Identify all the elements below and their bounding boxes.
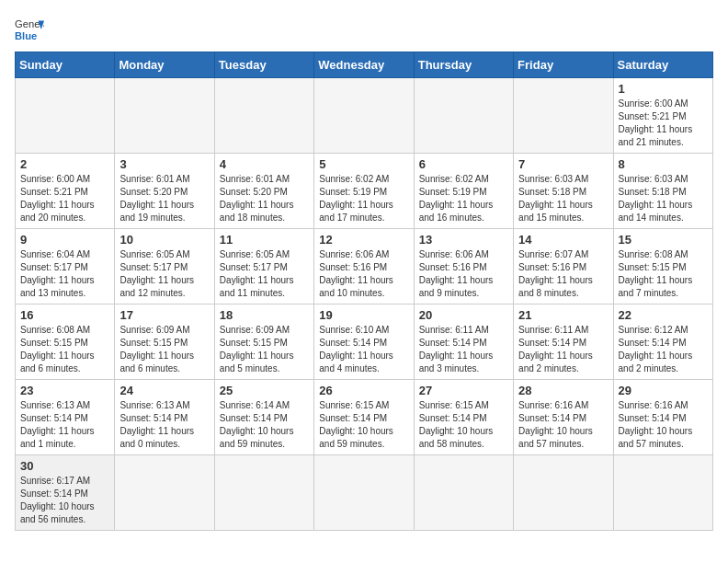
day-header-friday: Friday xyxy=(514,52,613,78)
day-header-wednesday: Wednesday xyxy=(314,52,414,78)
day-info: Sunrise: 6:09 AM Sunset: 5:15 PM Dayligh… xyxy=(220,324,309,375)
calendar-cell: 26Sunrise: 6:15 AM Sunset: 5:14 PM Dayli… xyxy=(314,380,414,455)
calendar-cell: 9Sunrise: 6:04 AM Sunset: 5:17 PM Daylig… xyxy=(16,229,115,304)
day-number: 9 xyxy=(20,233,109,247)
calendar-cell: 13Sunrise: 6:06 AM Sunset: 5:16 PM Dayli… xyxy=(414,229,513,304)
day-info: Sunrise: 6:08 AM Sunset: 5:15 PM Dayligh… xyxy=(20,324,109,375)
calendar-cell: 19Sunrise: 6:10 AM Sunset: 5:14 PM Dayli… xyxy=(314,304,414,380)
svg-text:Blue: Blue xyxy=(15,30,37,41)
calendar-cell: 11Sunrise: 6:05 AM Sunset: 5:17 PM Dayli… xyxy=(214,229,313,304)
calendar-cell: 10Sunrise: 6:05 AM Sunset: 5:17 PM Dayli… xyxy=(115,229,214,304)
day-number: 11 xyxy=(220,233,309,247)
day-number: 19 xyxy=(319,308,408,322)
calendar-cell xyxy=(115,78,214,154)
calendar-cell: 14Sunrise: 6:07 AM Sunset: 5:16 PM Dayli… xyxy=(514,229,613,304)
day-info: Sunrise: 6:05 AM Sunset: 5:17 PM Dayligh… xyxy=(220,248,309,300)
day-header-thursday: Thursday xyxy=(414,52,513,78)
day-info: Sunrise: 6:04 AM Sunset: 5:17 PM Dayligh… xyxy=(20,248,109,300)
day-number: 6 xyxy=(419,157,508,171)
day-info: Sunrise: 6:05 AM Sunset: 5:17 PM Dayligh… xyxy=(119,248,209,300)
day-info: Sunrise: 6:06 AM Sunset: 5:16 PM Dayligh… xyxy=(319,248,408,300)
day-info: Sunrise: 6:09 AM Sunset: 5:15 PM Dayligh… xyxy=(119,324,209,375)
calendar-cell: 23Sunrise: 6:13 AM Sunset: 5:14 PM Dayli… xyxy=(16,380,115,455)
calendar-cell: 5Sunrise: 6:02 AM Sunset: 5:19 PM Daylig… xyxy=(314,154,414,229)
day-number: 8 xyxy=(619,157,708,171)
day-info: Sunrise: 6:16 AM Sunset: 5:14 PM Dayligh… xyxy=(518,399,608,451)
day-header-monday: Monday xyxy=(115,52,214,78)
calendar-cell: 8Sunrise: 6:03 AM Sunset: 5:18 PM Daylig… xyxy=(613,154,712,229)
day-number: 5 xyxy=(319,157,408,171)
calendar-cell xyxy=(613,455,712,531)
day-info: Sunrise: 6:00 AM Sunset: 5:21 PM Dayligh… xyxy=(20,173,109,224)
calendar-cell: 2Sunrise: 6:00 AM Sunset: 5:21 PM Daylig… xyxy=(16,154,115,229)
calendar-cell: 30Sunrise: 6:17 AM Sunset: 5:14 PM Dayli… xyxy=(16,455,115,531)
day-info: Sunrise: 6:17 AM Sunset: 5:14 PM Dayligh… xyxy=(20,475,109,526)
day-info: Sunrise: 6:06 AM Sunset: 5:16 PM Dayligh… xyxy=(419,248,508,300)
week-row-1: 2Sunrise: 6:00 AM Sunset: 5:21 PM Daylig… xyxy=(16,154,713,229)
day-number: 25 xyxy=(220,384,309,397)
day-info: Sunrise: 6:00 AM Sunset: 5:21 PM Dayligh… xyxy=(619,98,708,149)
calendar-cell xyxy=(214,455,313,531)
day-number: 14 xyxy=(518,233,608,247)
calendar-cell xyxy=(16,78,115,154)
calendar-cell xyxy=(314,455,414,531)
day-number: 16 xyxy=(20,308,109,322)
day-number: 7 xyxy=(518,157,608,171)
calendar-cell xyxy=(314,78,414,154)
calendar-header-row: SundayMondayTuesdayWednesdayThursdayFrid… xyxy=(16,52,713,78)
day-info: Sunrise: 6:03 AM Sunset: 5:18 PM Dayligh… xyxy=(619,173,708,224)
day-number: 3 xyxy=(119,157,209,171)
day-header-sunday: Sunday xyxy=(16,52,115,78)
day-number: 29 xyxy=(619,384,708,397)
calendar-cell: 21Sunrise: 6:11 AM Sunset: 5:14 PM Dayli… xyxy=(514,304,613,380)
calendar-cell: 18Sunrise: 6:09 AM Sunset: 5:15 PM Dayli… xyxy=(214,304,313,380)
day-number: 26 xyxy=(319,384,408,397)
calendar-cell: 28Sunrise: 6:16 AM Sunset: 5:14 PM Dayli… xyxy=(514,380,613,455)
day-info: Sunrise: 6:08 AM Sunset: 5:15 PM Dayligh… xyxy=(619,248,708,300)
calendar-cell xyxy=(414,455,513,531)
day-header-saturday: Saturday xyxy=(613,52,712,78)
day-number: 2 xyxy=(20,157,109,171)
calendar-cell: 12Sunrise: 6:06 AM Sunset: 5:16 PM Dayli… xyxy=(314,229,414,304)
calendar-cell: 20Sunrise: 6:11 AM Sunset: 5:14 PM Dayli… xyxy=(414,304,513,380)
week-row-0: 1Sunrise: 6:00 AM Sunset: 5:21 PM Daylig… xyxy=(16,78,713,154)
day-info: Sunrise: 6:13 AM Sunset: 5:14 PM Dayligh… xyxy=(119,399,209,451)
day-number: 17 xyxy=(119,308,209,322)
day-info: Sunrise: 6:02 AM Sunset: 5:19 PM Dayligh… xyxy=(319,173,408,224)
calendar-cell: 24Sunrise: 6:13 AM Sunset: 5:14 PM Dayli… xyxy=(115,380,214,455)
day-number: 30 xyxy=(20,459,109,473)
calendar-cell: 6Sunrise: 6:02 AM Sunset: 5:19 PM Daylig… xyxy=(414,154,513,229)
calendar-cell xyxy=(214,78,313,154)
calendar-cell: 22Sunrise: 6:12 AM Sunset: 5:14 PM Dayli… xyxy=(613,304,712,380)
day-header-tuesday: Tuesday xyxy=(214,52,313,78)
day-number: 12 xyxy=(319,233,408,247)
day-number: 27 xyxy=(419,384,508,397)
day-number: 21 xyxy=(518,308,608,322)
day-info: Sunrise: 6:11 AM Sunset: 5:14 PM Dayligh… xyxy=(518,324,608,375)
day-number: 20 xyxy=(419,308,508,322)
day-info: Sunrise: 6:15 AM Sunset: 5:14 PM Dayligh… xyxy=(419,399,508,451)
day-info: Sunrise: 6:14 AM Sunset: 5:14 PM Dayligh… xyxy=(220,399,309,451)
day-number: 13 xyxy=(419,233,508,247)
day-number: 10 xyxy=(119,233,209,247)
week-row-2: 9Sunrise: 6:04 AM Sunset: 5:17 PM Daylig… xyxy=(16,229,713,304)
week-row-4: 23Sunrise: 6:13 AM Sunset: 5:14 PM Dayli… xyxy=(16,380,713,455)
calendar-cell: 25Sunrise: 6:14 AM Sunset: 5:14 PM Dayli… xyxy=(214,380,313,455)
calendar-cell: 1Sunrise: 6:00 AM Sunset: 5:21 PM Daylig… xyxy=(613,78,712,154)
calendar-cell: 29Sunrise: 6:16 AM Sunset: 5:14 PM Dayli… xyxy=(613,380,712,455)
calendar-cell: 16Sunrise: 6:08 AM Sunset: 5:15 PM Dayli… xyxy=(16,304,115,380)
page-header: General Blue xyxy=(15,15,713,44)
day-info: Sunrise: 6:15 AM Sunset: 5:14 PM Dayligh… xyxy=(319,399,408,451)
day-number: 1 xyxy=(619,82,708,96)
calendar-cell: 17Sunrise: 6:09 AM Sunset: 5:15 PM Dayli… xyxy=(115,304,214,380)
calendar-cell: 3Sunrise: 6:01 AM Sunset: 5:20 PM Daylig… xyxy=(115,154,214,229)
calendar-cell: 7Sunrise: 6:03 AM Sunset: 5:18 PM Daylig… xyxy=(514,154,613,229)
calendar-cell: 4Sunrise: 6:01 AM Sunset: 5:20 PM Daylig… xyxy=(214,154,313,229)
day-info: Sunrise: 6:12 AM Sunset: 5:14 PM Dayligh… xyxy=(619,324,708,375)
calendar-cell xyxy=(514,78,613,154)
day-info: Sunrise: 6:11 AM Sunset: 5:14 PM Dayligh… xyxy=(419,324,508,375)
day-info: Sunrise: 6:10 AM Sunset: 5:14 PM Dayligh… xyxy=(319,324,408,375)
day-number: 18 xyxy=(220,308,309,322)
day-info: Sunrise: 6:02 AM Sunset: 5:19 PM Dayligh… xyxy=(419,173,508,224)
calendar-cell: 15Sunrise: 6:08 AM Sunset: 5:15 PM Dayli… xyxy=(613,229,712,304)
